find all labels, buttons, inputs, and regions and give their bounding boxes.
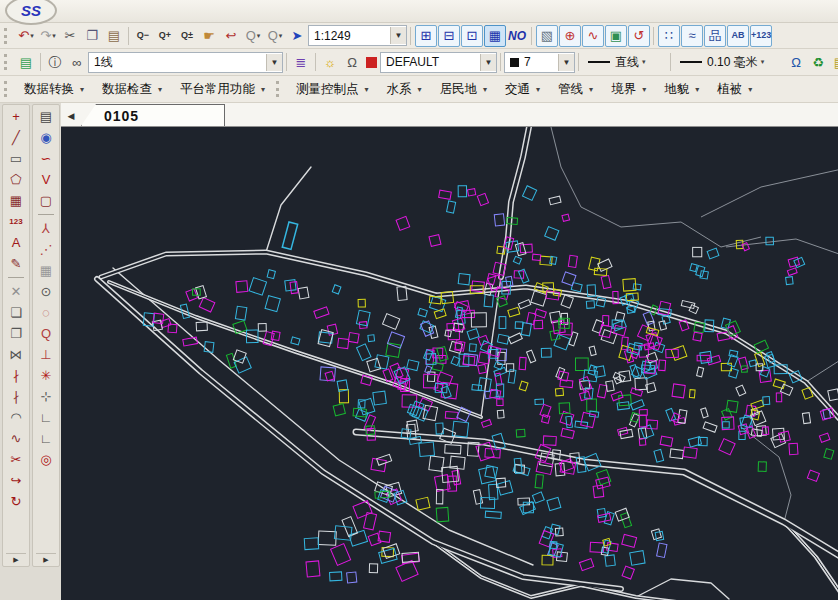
edit-text[interactable]: ✎ xyxy=(5,253,27,274)
chevron-down-icon[interactable]: ▼ xyxy=(480,54,496,71)
cut-icon[interactable]: ✂ xyxy=(59,25,81,47)
draw-rectangle[interactable]: ▭ xyxy=(5,148,27,169)
perpendicular[interactable]: ⊥ xyxy=(35,344,57,365)
node-edit[interactable]: ⅄ xyxy=(35,218,57,239)
no-toggle-button[interactable]: NO xyxy=(506,25,528,47)
named-view-icon[interactable]: Q▾ xyxy=(242,25,264,47)
viewport-extents-icon[interactable]: ⊞ xyxy=(415,25,437,47)
edit-attr-icon[interactable]: ▤ xyxy=(829,51,838,73)
layer-combobox[interactable]: DEFAULT ▼ xyxy=(380,52,497,73)
edit-vertex[interactable]: ∿ xyxy=(5,428,27,449)
notebook[interactable]: ▤ xyxy=(35,106,57,127)
menu-item[interactable] xyxy=(112,8,136,14)
copy-object[interactable]: ❏ xyxy=(5,302,27,323)
profile-tool-icon[interactable]: ▧ xyxy=(536,25,558,47)
section-line-icon[interactable]: ∿ xyxy=(582,25,604,47)
menu-item[interactable] xyxy=(184,8,208,14)
dropdown-caret-icon[interactable]: ▾ xyxy=(30,32,34,39)
code-panel-icon[interactable]: ▤ xyxy=(15,51,37,73)
circle-center[interactable]: ⊙ xyxy=(35,281,57,302)
circle-tangent[interactable]: Q xyxy=(35,323,57,344)
draw-hatch[interactable]: ▦ xyxy=(5,190,27,211)
view-map-icon[interactable]: ∞ xyxy=(66,51,88,73)
redo-icon[interactable]: ↷▾ xyxy=(37,25,59,47)
chevron-down-icon[interactable]: ▼ xyxy=(266,54,282,71)
zoom-previous-icon[interactable]: ↩ xyxy=(220,25,242,47)
category-menu-button[interactable]: 数据检查▾ xyxy=(93,77,171,102)
grid-display-icon[interactable]: ▦ xyxy=(484,25,506,47)
copy-icon[interactable]: ❐ xyxy=(81,25,103,47)
axis-x[interactable]: ∟ xyxy=(35,428,57,449)
category-menu-button[interactable]: 地貌▾ xyxy=(655,77,708,102)
text-label-icon[interactable]: AB xyxy=(727,25,749,47)
info-icon[interactable]: ⓘ xyxy=(44,51,66,73)
draw-line[interactable]: ╱ xyxy=(5,127,27,148)
zoom-window-icon[interactable]: Q± xyxy=(176,25,198,47)
draw-text[interactable]: A xyxy=(5,232,27,253)
color-combobox[interactable]: 7 ▼ xyxy=(504,52,575,73)
lock-icon[interactable]: Ω xyxy=(785,51,807,73)
toolbar-grip[interactable] xyxy=(276,81,283,97)
grid-snap[interactable]: ▦ xyxy=(35,260,57,281)
point-locate-icon[interactable]: ⊕ xyxy=(559,25,581,47)
trim[interactable]: ∤ xyxy=(5,365,27,386)
symbol-library[interactable]: ◉ xyxy=(35,127,57,148)
category-menu-button[interactable]: 测量控制点▾ xyxy=(287,77,378,102)
undo-icon[interactable]: ↶▾ xyxy=(15,25,37,47)
chevron-down-icon[interactable]: ▾ xyxy=(642,58,646,66)
category-menu-button[interactable]: 境界▾ xyxy=(602,77,655,102)
toolbar-overflow-button[interactable]: ▶ xyxy=(36,553,56,566)
tab-scroll-left-button[interactable]: ◀ xyxy=(63,108,79,124)
area-tool-icon[interactable]: ▣ xyxy=(605,25,627,47)
menu-item[interactable] xyxy=(136,8,160,14)
move-object[interactable]: ❐ xyxy=(5,323,27,344)
menu-item[interactable] xyxy=(64,8,88,14)
fillet[interactable]: ↪ xyxy=(5,470,27,491)
draw-point[interactable]: + xyxy=(5,106,27,127)
loop-tool-icon[interactable]: ↺ xyxy=(628,25,650,47)
menu-item[interactable] xyxy=(280,8,304,14)
dropdown-caret-icon[interactable]: ▾ xyxy=(257,32,261,39)
draw-arc[interactable]: ◠ xyxy=(5,407,27,428)
layer-on-icon[interactable]: ☼ xyxy=(319,51,341,73)
spline[interactable]: ∽ xyxy=(35,148,57,169)
category-menu-button[interactable]: 水系▾ xyxy=(378,77,431,102)
zoom-in-icon[interactable]: Q+ xyxy=(154,25,176,47)
menu-item[interactable] xyxy=(232,8,256,14)
toolbar-overflow-button[interactable]: ▶ xyxy=(6,553,26,566)
viewport-zoom-icon[interactable]: ⊟ xyxy=(438,25,460,47)
category-menu-button[interactable]: 数据转换▾ xyxy=(15,77,93,102)
rotate-123[interactable]: ↻ xyxy=(5,491,27,512)
scale-combobox[interactable]: 1:1249 ▼ xyxy=(308,25,407,46)
category-menu-button[interactable]: 平台常用功能▾ xyxy=(171,77,274,102)
chevron-down-icon[interactable]: ▼ xyxy=(558,54,574,71)
layers-icon[interactable]: ≣ xyxy=(290,51,312,73)
drawing-tab[interactable]: 0105 xyxy=(81,104,225,126)
triangulation[interactable]: V xyxy=(35,169,57,190)
paste-icon[interactable]: ▤ xyxy=(103,25,125,47)
chevron-down-icon[interactable]: ▼ xyxy=(390,27,406,44)
menu-item[interactable] xyxy=(208,8,232,14)
viewport-single-icon[interactable]: ⊡ xyxy=(461,25,483,47)
fly-icon[interactable]: ➤ xyxy=(286,25,308,47)
linetype-combobox[interactable]: 直线 ▾ xyxy=(582,52,667,73)
dashed-circle[interactable]: ◌ xyxy=(35,302,57,323)
break-object[interactable]: ✂ xyxy=(5,449,27,470)
zoom-out-icon[interactable]: Q− xyxy=(132,25,154,47)
category-menu-button[interactable]: 植被▾ xyxy=(708,77,761,102)
map-canvas[interactable] xyxy=(61,127,838,600)
blocks-icon[interactable]: 品 xyxy=(704,25,726,47)
pan-icon[interactable]: ☛ xyxy=(198,25,220,47)
axis-p[interactable]: ∟ xyxy=(35,407,57,428)
divide-line[interactable]: ⋰ xyxy=(35,239,57,260)
linewidth-combobox[interactable]: 0.10 毫米 ▾ xyxy=(674,52,785,73)
number-label-icon[interactable]: +123 xyxy=(750,25,772,47)
erase[interactable]: ✕ xyxy=(5,281,27,302)
dropdown-caret-icon[interactable]: ▾ xyxy=(279,32,283,39)
aerial-view-icon[interactable]: Q▾ xyxy=(264,25,286,47)
category-menu-button[interactable]: 交通▾ xyxy=(496,77,549,102)
point-on-line[interactable]: ⊹ xyxy=(35,386,57,407)
dropdown-caret-icon[interactable]: ▾ xyxy=(52,32,56,39)
survey-map[interactable] xyxy=(61,127,838,600)
menu-item[interactable] xyxy=(160,8,184,14)
